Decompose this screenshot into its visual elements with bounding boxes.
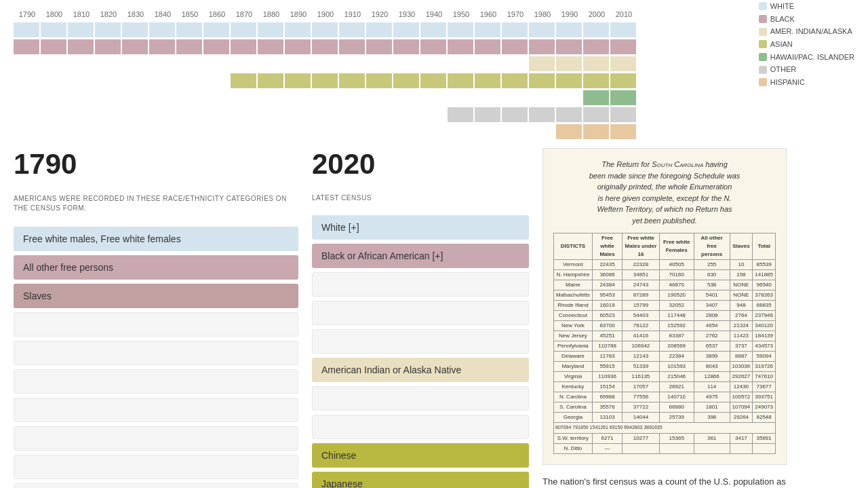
timeline-cell bbox=[14, 39, 39, 54]
timeline-cell bbox=[610, 107, 636, 122]
timeline-row bbox=[14, 73, 854, 88]
legend-item: ASIAN bbox=[759, 38, 854, 51]
timeline-cell bbox=[339, 22, 365, 37]
timeline-cell bbox=[475, 73, 500, 88]
legend-item: WHITE bbox=[759, 0, 854, 13]
timeline-cell bbox=[393, 22, 419, 37]
timeline-row bbox=[14, 107, 854, 122]
timeline-cell bbox=[285, 22, 311, 37]
timeline-cell bbox=[339, 39, 365, 54]
timeline-cell bbox=[68, 107, 94, 122]
legend-color bbox=[759, 2, 767, 10]
category-item bbox=[14, 341, 298, 365]
category-item bbox=[14, 398, 298, 422]
timeline-cell bbox=[14, 73, 39, 88]
timeline-cell bbox=[393, 107, 419, 122]
timeline-row bbox=[14, 56, 854, 71]
timeline-cell bbox=[366, 73, 392, 88]
year-label: 1950 bbox=[448, 10, 475, 18]
timeline-cell bbox=[176, 22, 202, 37]
legend-color bbox=[759, 40, 767, 48]
timeline-cell bbox=[95, 90, 121, 105]
category-item: Free white males, Free white females bbox=[14, 227, 298, 251]
timeline-row bbox=[14, 22, 854, 37]
year-label: 1880 bbox=[258, 10, 285, 18]
timeline-cell bbox=[448, 39, 473, 54]
category-item: White [+] bbox=[312, 215, 529, 240]
timeline-cell bbox=[41, 124, 66, 139]
timeline-cell bbox=[258, 39, 283, 54]
timeline-cell bbox=[285, 39, 311, 54]
timeline-cell bbox=[122, 107, 148, 122]
timeline-cell bbox=[502, 73, 528, 88]
category-item: Black or African American [+] bbox=[312, 244, 529, 268]
timeline-cell bbox=[448, 73, 473, 88]
timeline-cell bbox=[393, 73, 419, 88]
year-label: 1940 bbox=[420, 10, 448, 18]
timeline-cell bbox=[231, 22, 256, 37]
timeline-cell bbox=[393, 39, 419, 54]
timeline-cell bbox=[231, 39, 256, 54]
timeline-cell bbox=[475, 107, 500, 122]
timeline-cell bbox=[583, 56, 609, 71]
timeline-cell bbox=[122, 56, 148, 71]
timeline-cell bbox=[231, 90, 256, 105]
timeline-cell bbox=[68, 90, 94, 105]
timeline-cell bbox=[529, 39, 555, 54]
timeline-cell bbox=[610, 39, 636, 54]
legend-label: BLACK bbox=[770, 13, 795, 26]
timeline-cell bbox=[339, 56, 365, 71]
timeline-cell bbox=[420, 22, 446, 37]
timeline-cell bbox=[583, 90, 609, 105]
legend-item: BLACK bbox=[759, 13, 854, 26]
timeline-cell bbox=[122, 22, 148, 37]
legend-label: WHITE bbox=[770, 0, 794, 13]
timeline-cell bbox=[529, 107, 555, 122]
category-item: Japanese bbox=[312, 472, 529, 488]
timeline-cell bbox=[529, 90, 555, 105]
legend-color bbox=[759, 78, 767, 86]
timeline-cell bbox=[258, 56, 283, 71]
timeline-cell bbox=[610, 124, 636, 139]
timeline-cell bbox=[203, 22, 229, 37]
timeline-cell bbox=[176, 107, 202, 122]
timeline-cell bbox=[68, 22, 94, 37]
timeline-cell bbox=[176, 56, 202, 71]
year-label: 1800 bbox=[41, 10, 68, 18]
category-item bbox=[312, 386, 529, 411]
timeline-cell bbox=[420, 39, 446, 54]
timeline-cell bbox=[149, 73, 175, 88]
timeline-cell bbox=[231, 73, 256, 88]
timeline-cell bbox=[393, 56, 419, 71]
timeline-cell bbox=[393, 124, 419, 139]
legend-color bbox=[759, 28, 767, 36]
timeline-cell bbox=[176, 124, 202, 139]
timeline-cell bbox=[583, 22, 609, 37]
legend-label: ASIAN bbox=[770, 38, 793, 51]
panel-1790: 1790 AMERICANS WERE RECORDED IN THESE RA… bbox=[14, 148, 312, 488]
timeline-cell bbox=[393, 90, 419, 105]
timeline-cell bbox=[556, 56, 582, 71]
timeline-cell bbox=[583, 73, 609, 88]
timeline-cell bbox=[583, 124, 609, 139]
year-label: 1820 bbox=[95, 10, 122, 18]
legend-color bbox=[759, 15, 767, 23]
timeline-cell bbox=[502, 22, 528, 37]
timeline-cell bbox=[95, 107, 121, 122]
timeline-cell bbox=[448, 56, 473, 71]
timeline-cell bbox=[203, 56, 229, 71]
panel-body-text: The nation's first census was a count of… bbox=[542, 475, 787, 489]
legend-label: AMER. INDIAN/ALASKA bbox=[770, 25, 852, 38]
year-label: 1930 bbox=[393, 10, 420, 18]
timeline-cell bbox=[231, 124, 256, 139]
timeline-cell bbox=[529, 22, 555, 37]
timeline-row bbox=[14, 124, 854, 139]
year-label: 1830 bbox=[122, 10, 149, 18]
category-item bbox=[312, 329, 529, 354]
categories-list-2020: White [+]Black or African American [+]Am… bbox=[312, 215, 529, 488]
category-item: Chinese bbox=[312, 443, 529, 468]
category-item: All other free persons bbox=[14, 255, 298, 280]
legend-label: HAWAII/PAC. ISLANDER bbox=[770, 51, 854, 64]
year-label: 1810 bbox=[68, 10, 95, 18]
timeline-cell bbox=[475, 39, 500, 54]
